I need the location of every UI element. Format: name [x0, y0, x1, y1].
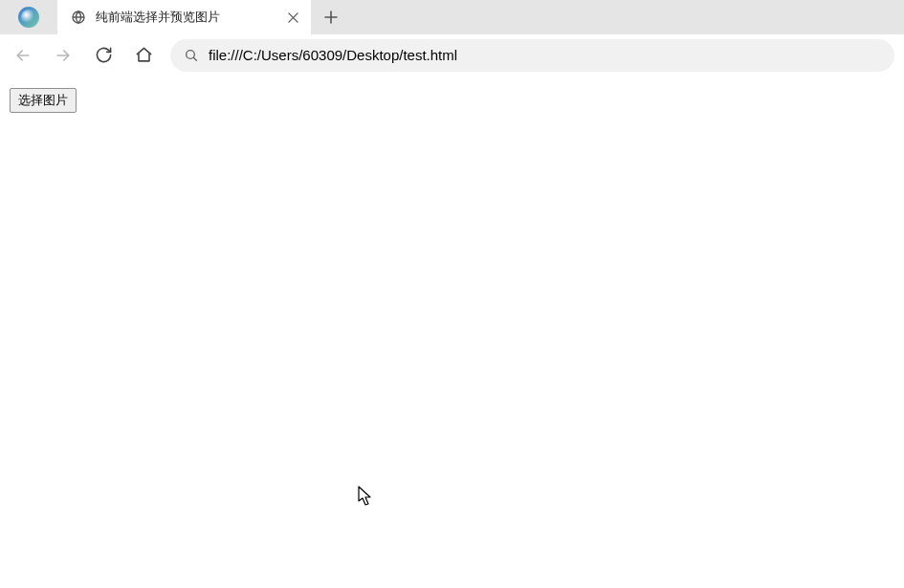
arrow-right-icon [54, 46, 73, 65]
home-icon [135, 46, 153, 64]
close-icon [288, 12, 298, 23]
address-url: file:///C:/Users/60309/Desktop/test.html [209, 47, 457, 63]
address-bar[interactable]: file:///C:/Users/60309/Desktop/test.html [170, 39, 894, 72]
tab-close-button[interactable] [284, 9, 301, 26]
choose-image-button[interactable]: 选择图片 [10, 88, 77, 113]
back-button[interactable] [10, 42, 36, 69]
mouse-cursor-icon [358, 486, 373, 507]
toolbar: file:///C:/Users/60309/Desktop/test.html [0, 34, 904, 76]
forward-button[interactable] [50, 42, 77, 69]
browser-logo-icon [18, 7, 39, 28]
globe-icon [71, 10, 86, 25]
tab-title: 纯前端选择并预览图片 [96, 9, 275, 26]
reload-icon [95, 46, 113, 64]
reload-button[interactable] [90, 42, 117, 69]
search-icon [184, 48, 199, 63]
arrow-left-icon [13, 46, 33, 65]
page-content: 选择图片 [0, 76, 904, 124]
home-button[interactable] [130, 42, 157, 69]
browser-logo [0, 0, 57, 34]
plus-icon [324, 11, 338, 24]
active-tab[interactable]: 纯前端选择并预览图片 [57, 0, 311, 34]
new-tab-button[interactable] [315, 2, 347, 33]
tab-strip: 纯前端选择并预览图片 [0, 0, 904, 34]
